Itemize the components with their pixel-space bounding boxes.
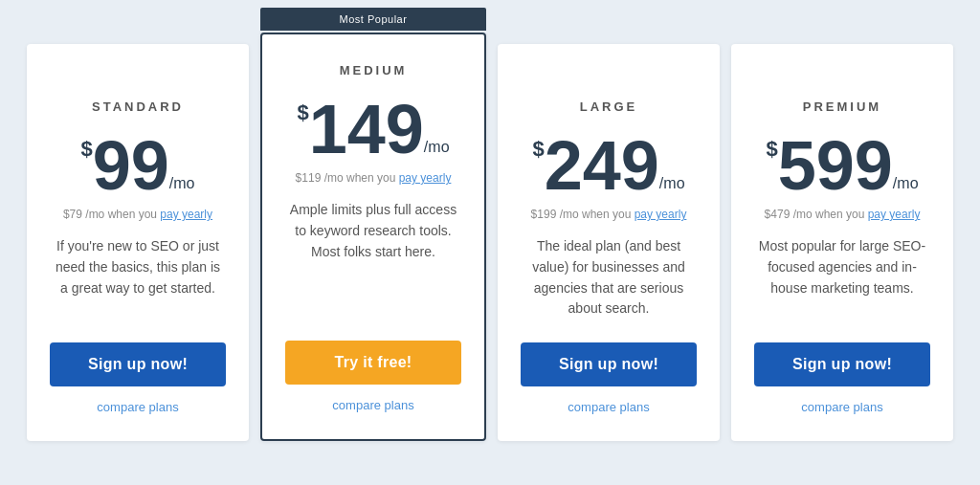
price-amount-medium: 149	[309, 95, 424, 164]
pay-yearly-link-large[interactable]: pay yearly	[635, 208, 687, 221]
cta-button-standard[interactable]: Sign up now!	[50, 342, 226, 386]
price-period-standard: /mo	[169, 175, 195, 192]
plan-card-premium: PREMIUM $ 599 /mo $479 /mo when you pay …	[731, 44, 953, 441]
cta-button-premium[interactable]: Sign up now!	[754, 342, 930, 386]
compare-link-premium[interactable]: compare plans	[801, 400, 882, 414]
price-yearly-medium: $119 /mo when you pay yearly	[296, 171, 452, 185]
price-row-medium: $ 149 /mo	[297, 95, 449, 164]
price-dollar-standard: $	[80, 139, 92, 160]
price-period-medium: /mo	[424, 139, 450, 156]
compare-link-standard[interactable]: compare plans	[97, 400, 178, 414]
price-dollar-large: $	[532, 139, 544, 160]
pricing-container: STANDARD $ 99 /mo $79 /mo when you pay y…	[21, 44, 959, 441]
price-amount-standard: 99	[93, 131, 169, 200]
plan-name-standard: STANDARD	[92, 99, 184, 114]
price-dollar-premium: $	[766, 139, 777, 160]
plan-description-medium: Ample limits plus full access to keyword…	[285, 200, 461, 318]
price-yearly-premium: $479 /mo when you pay yearly	[765, 208, 921, 221]
plan-description-large: The ideal plan (and best value) for busi…	[521, 236, 697, 320]
price-row-large: $ 249 /mo	[532, 131, 684, 200]
price-dollar-medium: $	[297, 102, 308, 123]
cta-button-large[interactable]: Sign up now!	[521, 342, 697, 386]
plan-name-medium: MEDIUM	[340, 63, 408, 77]
plan-description-premium: Most popular for large SEO-focused agenc…	[754, 236, 930, 320]
plan-name-premium: PREMIUM	[803, 99, 881, 114]
pay-yearly-link-medium[interactable]: pay yearly	[399, 171, 452, 185]
price-row-premium: $ 599 /mo	[766, 131, 918, 200]
price-period-premium: /mo	[893, 175, 919, 192]
price-row-standard: $ 99 /mo	[80, 131, 194, 200]
price-period-large: /mo	[659, 175, 685, 192]
price-yearly-standard: $79 /mo when you pay yearly	[63, 208, 212, 221]
price-amount-large: 249	[545, 131, 659, 200]
pay-yearly-link-standard[interactable]: pay yearly	[160, 208, 212, 221]
plan-card-medium: Most PopularMEDIUM $ 149 /mo $119 /mo wh…	[260, 33, 486, 441]
price-amount-premium: 599	[778, 131, 893, 200]
plan-name-large: LARGE	[580, 99, 638, 114]
plan-description-standard: If you're new to SEO or just need the ba…	[50, 236, 226, 320]
cta-button-medium[interactable]: Try it free!	[285, 341, 461, 385]
plan-card-standard: STANDARD $ 99 /mo $79 /mo when you pay y…	[27, 44, 249, 441]
compare-link-medium[interactable]: compare plans	[332, 398, 413, 412]
compare-link-large[interactable]: compare plans	[568, 400, 649, 414]
plan-card-large: LARGE $ 249 /mo $199 /mo when you pay ye…	[498, 44, 720, 441]
price-yearly-large: $199 /mo when you pay yearly	[531, 208, 687, 221]
most-popular-badge: Most Popular	[260, 8, 486, 31]
pay-yearly-link-premium[interactable]: pay yearly	[868, 208, 921, 221]
